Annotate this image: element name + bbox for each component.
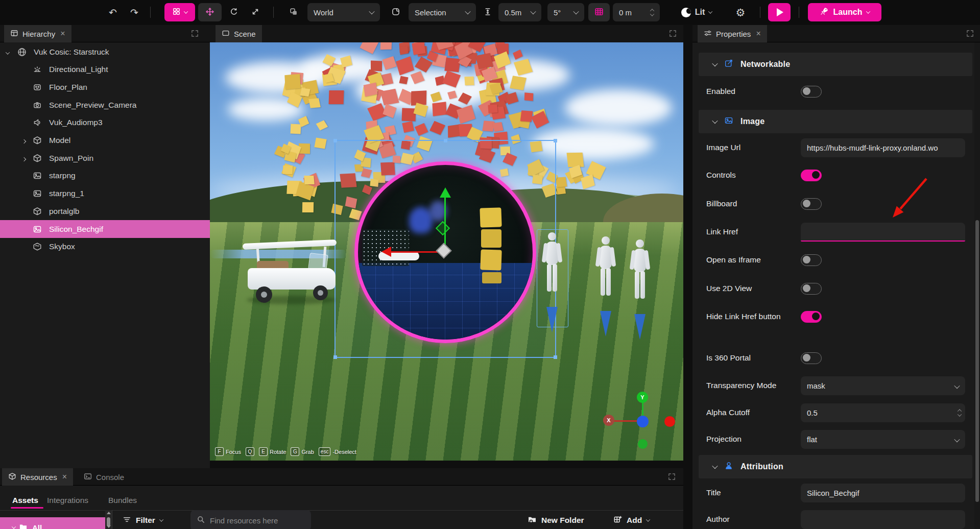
input-image-url[interactable]: https://hubs-mudf-link-proxy.onland.wo: [801, 138, 965, 157]
scale-tool-button[interactable]: [246, 3, 265, 21]
toggle-billboard[interactable]: [801, 198, 822, 210]
toggle-hide-link-href-button[interactable]: [801, 311, 822, 323]
folder-item-all[interactable]: All: [0, 517, 105, 529]
play-button[interactable]: [768, 3, 791, 21]
select-transparency-mode[interactable]: mask: [801, 376, 965, 395]
rotate-snap-dropdown[interactable]: 5°: [547, 3, 584, 21]
hierarchy-item-starpng[interactable]: starpng: [0, 167, 210, 185]
tab-properties[interactable]: Properties ×: [698, 25, 767, 42]
selection-handle[interactable]: [333, 355, 337, 359]
tab-resources[interactable]: Resources ×: [2, 468, 73, 486]
golf-cart[interactable]: [243, 241, 342, 306]
subtab-assets[interactable]: Assets: [12, 496, 38, 505]
hierarchy-item-scene-preview-camera[interactable]: Scene_Preview_Camera: [0, 96, 210, 114]
toggle-is-360-portal[interactable]: [801, 352, 822, 364]
world-space-dropdown[interactable]: World: [307, 3, 380, 21]
section-header-networkable[interactable]: Networkable: [699, 53, 972, 76]
move-tool-button[interactable]: [198, 3, 222, 21]
gizmo-y-arrowhead: [440, 187, 451, 198]
expand-icon[interactable]: [668, 473, 676, 481]
chevron-right-icon[interactable]: [22, 136, 26, 145]
tab-hierarchy[interactable]: Hierarchy ×: [4, 25, 71, 42]
expand-icon[interactable]: [966, 30, 974, 38]
scroll-up-icon[interactable]: [107, 512, 111, 514]
undo-button[interactable]: ↶: [105, 3, 121, 21]
pivot-dropdown[interactable]: Selection: [409, 3, 476, 21]
hierarchy-item-portalglb[interactable]: portalglb: [0, 202, 210, 220]
input-author[interactable]: [801, 510, 965, 529]
subtab-integrations[interactable]: Integrations: [47, 496, 88, 505]
selection-handle[interactable]: [333, 139, 337, 142]
transform-space-button[interactable]: [284, 3, 303, 21]
tab-console[interactable]: Console: [78, 468, 130, 486]
selection-handle[interactable]: [554, 355, 557, 359]
chevron-right-icon[interactable]: [22, 154, 26, 163]
resource-search[interactable]: [190, 510, 311, 529]
gizmo-x-axis[interactable]: [390, 251, 444, 253]
expand-icon[interactable]: [669, 30, 677, 38]
select-projection[interactable]: flat: [801, 430, 965, 449]
rotate-tool-button[interactable]: [225, 3, 243, 21]
scene-viewport[interactable]: Y X FFocusQERotateGGrabesc-Deselect: [210, 42, 683, 461]
new-folder-button[interactable]: New Folder: [528, 510, 584, 529]
hierarchy-item-model[interactable]: Model: [0, 132, 210, 150]
toggle-use-2d-view[interactable]: [801, 283, 822, 295]
pivot-mode-button[interactable]: [386, 3, 405, 21]
settings-button[interactable]: ⚙: [731, 3, 750, 21]
step-down-icon[interactable]: [650, 12, 654, 16]
move-snap-dropdown[interactable]: 0.5m: [498, 3, 541, 21]
selection-handle[interactable]: [444, 139, 447, 142]
scrollbar-thumb[interactable]: [975, 220, 979, 502]
render-mode-dropdown[interactable]: Lit: [677, 3, 716, 21]
close-icon[interactable]: ×: [60, 29, 65, 38]
filter-button[interactable]: Filter: [123, 510, 163, 529]
prop-row-author: Author: [706, 509, 972, 529]
close-icon[interactable]: ×: [62, 472, 67, 482]
avatar-mannequin[interactable]: [542, 232, 562, 345]
avatar-mannequin[interactable]: [630, 239, 650, 352]
avatar-mannequin[interactable]: [595, 236, 616, 349]
axis-gizmo-y[interactable]: Y: [637, 392, 648, 403]
prop-label: Author: [706, 514, 792, 525]
input-link-href[interactable]: [801, 223, 965, 242]
redo-button[interactable]: ↷: [127, 3, 142, 21]
selection-handle[interactable]: [554, 139, 557, 142]
toggle-open-as-iframe[interactable]: [801, 254, 822, 266]
hierarchy-item-vuk-audiomp3[interactable]: Vuk_Audiomp3: [0, 114, 210, 132]
grid-height-stepper[interactable]: 0 m: [613, 3, 660, 21]
asset-grid-button[interactable]: [164, 3, 195, 21]
add-button[interactable]: Add: [613, 510, 650, 529]
hierarchy-item-spawn-poin[interactable]: Spawn_Poin: [0, 149, 210, 167]
input-alpha-cutoff[interactable]: 0.5: [801, 403, 965, 422]
hierarchy-item-floor-plan[interactable]: Floor_Plan: [0, 78, 210, 96]
properties-scrollbar[interactable]: [974, 42, 980, 529]
grid-toggle-button[interactable]: [588, 3, 610, 21]
tab-scene[interactable]: Scene: [216, 25, 262, 42]
expand-icon[interactable]: [191, 30, 199, 38]
subtab-bundles[interactable]: Bundles: [108, 496, 137, 505]
folder-list-scrollbar[interactable]: [105, 510, 112, 529]
launch-button[interactable]: Launch: [808, 3, 881, 21]
step-down-icon[interactable]: [958, 412, 962, 416]
hierarchy-item-vuk-cosic-starstruck[interactable]: Vuk Cosic: Starstruck: [0, 43, 210, 61]
hierarchy-item-starpng-1[interactable]: starpng_1: [0, 185, 210, 203]
snap-mode-button[interactable]: [479, 3, 496, 21]
section-header-image[interactable]: Image: [699, 110, 972, 133]
confetti-square: [402, 121, 415, 132]
axis-gizmo-neg-y[interactable]: [638, 439, 648, 449]
toggle-enabled[interactable]: [801, 86, 822, 98]
axis-gizmo-neg-x[interactable]: [664, 416, 675, 427]
hierarchy-item-silicon-bechgif[interactable]: Silicon_Bechgif: [0, 220, 210, 238]
hierarchy-item-skybox[interactable]: Skybox: [0, 238, 210, 256]
scroll-down-icon[interactable]: [107, 525, 111, 528]
confetti-square: [380, 42, 392, 50]
section-header-attribution[interactable]: Attribution: [699, 455, 972, 478]
toggle-controls[interactable]: [801, 170, 822, 181]
axis-gizmo-center[interactable]: [637, 416, 649, 427]
hierarchy-item-directional-light[interactable]: Directional_Light: [0, 61, 210, 79]
chevron-down-icon[interactable]: [6, 47, 9, 57]
close-icon[interactable]: ×: [756, 29, 760, 38]
search-input[interactable]: [210, 516, 297, 525]
input-title[interactable]: Silicon_Bechgif: [801, 484, 965, 502]
axis-gizmo-x[interactable]: X: [603, 415, 614, 426]
